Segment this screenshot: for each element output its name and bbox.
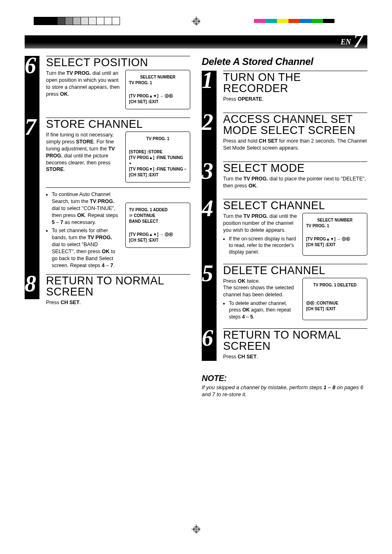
step-number-2: 2 (202, 114, 213, 130)
r-step3-body: Turn the TV PROG. dial to place the poin… (223, 175, 367, 189)
r-step4-title: SELECT CHANNEL (223, 199, 367, 211)
note-heading: NOTE: (202, 374, 367, 383)
cmyk-blocks (254, 19, 334, 23)
r-step3-title: SELECT MODE (223, 162, 367, 174)
step6-osd: SELECT NUMBER TV PROG. 1 [TV PROG▲▼] → Ⓞ… (125, 70, 190, 109)
bullets-osd: TV PROG. 1 ADDED ☞ CONTINUE BAND SELECT … (125, 203, 190, 248)
step-number-7: 7 (25, 119, 36, 135)
r-step5-body: Press OK twice.The screen shows the sele… (223, 278, 297, 299)
page-header-bar: EN 7 (25, 35, 367, 48)
r-step2-body: Press and hold CH SET for more than 2 se… (223, 138, 367, 152)
page-lang: EN (341, 38, 351, 46)
step-number-3: 3 (202, 163, 213, 179)
step7-osd: TV PROG. 1 [STORE] :STORE [TV PROG▲] :FI… (125, 132, 190, 182)
step7-title: STORE CHANNEL (46, 118, 190, 130)
r-step6-body: Press CH SET. (223, 353, 367, 360)
r-step5-bullet: To delete another channel, press OK agai… (229, 300, 297, 320)
r-step4-osd: SELECT NUMBER TV PROG. 1 [TV PROG▲▼] → Ⓞ… (302, 213, 367, 255)
r-step1-title: TURN ON THE RECORDER (223, 71, 367, 94)
step8-body: Press CH SET. (46, 299, 190, 306)
step6-title: SELECT POSITION (46, 56, 190, 68)
r-step4-bullet: If the on-screen display is hard to read… (229, 235, 297, 256)
grayscale-blocks (34, 17, 120, 25)
step-number-6: 6 (25, 58, 36, 74)
step-number-4: 4 (202, 201, 213, 217)
step7-bullets-block: To continue Auto Channel Search, turn th… (46, 191, 190, 271)
step-number-8: 8 (25, 276, 36, 292)
note-body: If you skipped a channel by mistake, per… (202, 384, 367, 398)
step7-body: If fine tuning is not necessary, simply … (46, 132, 120, 173)
page-number: 7 (353, 33, 363, 48)
r-step4-body: Turn the TV PROG. dial until the positio… (223, 213, 297, 234)
r-step1-body: Press OPERATE. (223, 96, 367, 103)
step-number-5: 5 (202, 265, 213, 282)
registration-mark-bottom (191, 524, 201, 533)
r-step5-title: DELETE CHANNEL (223, 264, 367, 276)
printer-marks-top (25, 16, 367, 25)
step8-title: RETURN TO NORMAL SCREEN (46, 274, 190, 298)
r-step2-title: ACCESS CHANNEL SET MODE SELECT SCREEN (223, 113, 367, 136)
step-number-6r: 6 (202, 330, 213, 346)
left-step-gutter (25, 56, 39, 299)
step6-body: Turn the TV PROG. dial until an open pos… (46, 70, 120, 98)
r-step6-title: RETURN TO NORMAL SCREEN (223, 328, 367, 352)
delete-stored-heading: Delete A Stored Channel (202, 56, 367, 67)
r-step5-osd: TV PROG. 1 DELETED ⓄⓀ :CONTINUE [CH SET]… (302, 278, 367, 320)
manual-page: EN 7 6 SELECT POSITION Turn the TV PROG.… (0, 0, 392, 554)
registration-mark-center (191, 16, 201, 25)
step-number-1: 1 (202, 72, 213, 88)
